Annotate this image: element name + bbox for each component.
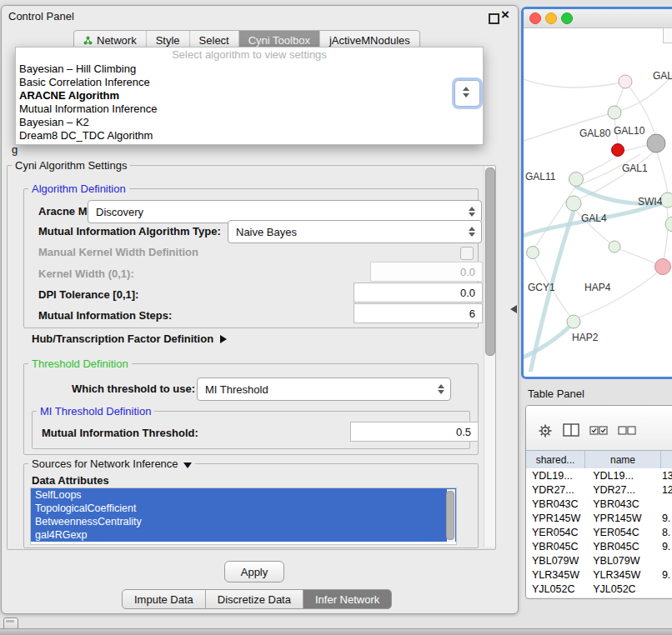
cell[interactable]: 8. <box>660 527 672 538</box>
node-gcy1[interactable] <box>527 247 539 259</box>
cell[interactable]: YPR145W <box>588 512 660 524</box>
table-row[interactable]: YBL079WYBL079W <box>526 553 672 568</box>
network-node[interactable] <box>655 259 671 275</box>
cell[interactable]: YBR043C <box>526 498 588 510</box>
cell[interactable]: 13 <box>660 470 672 482</box>
algorithm-combobox[interactable] <box>454 80 480 107</box>
network-edge-thick[interactable] <box>524 324 572 359</box>
mi-threshold-label: Mutual Information Threshold: <box>42 427 198 439</box>
network-edge[interactable] <box>624 145 648 151</box>
network-edge[interactable] <box>579 272 657 318</box>
cell[interactable]: YBR045C <box>588 541 660 552</box>
network-node[interactable] <box>619 75 632 88</box>
table-row[interactable]: YDL19...YDL19...13 <box>526 468 672 482</box>
network-view-window[interactable]: GAL8 GAL80 GAL10 GAL1 GAL11 SWI4 GAL4 GC… <box>521 7 672 379</box>
cell[interactable]: YBL079W <box>588 555 660 567</box>
cell[interactable]: 9. <box>660 541 672 552</box>
scrollbar-thumb[interactable] <box>485 168 495 356</box>
panel-collapse-arrow-icon[interactable] <box>510 305 517 313</box>
expander-label: Sources for Network Inference <box>32 458 178 470</box>
node-label-swi4: SWI4 <box>638 196 663 208</box>
table-row[interactable]: YBR043CYBR043C <box>526 497 672 511</box>
network-canvas[interactable]: GAL8 GAL80 GAL10 GAL1 GAL11 SWI4 GAL4 GC… <box>524 28 672 372</box>
mi-threshold-field[interactable]: 0.5 <box>350 422 479 442</box>
columns-icon[interactable] <box>563 423 579 437</box>
cell[interactable]: YER054C <box>588 527 660 538</box>
scrollbar-thumb[interactable] <box>446 491 454 540</box>
gear-icon[interactable] <box>538 423 553 438</box>
node-gal1[interactable] <box>647 134 665 152</box>
dropdown-option[interactable]: Bayesian – Hill Climbing <box>16 62 483 76</box>
close-traffic-light-icon[interactable] <box>529 12 541 24</box>
data-attributes-list[interactable]: SelfLoops TopologicalCoefficient Between… <box>30 488 457 545</box>
cell[interactable]: YPR145W <box>526 512 588 524</box>
checked-boxes-icon[interactable] <box>589 426 608 436</box>
cell[interactable]: YDL19... <box>526 470 588 482</box>
close-icon[interactable]: × <box>501 8 509 22</box>
network-edge[interactable] <box>580 151 655 198</box>
network-edge[interactable] <box>619 249 656 264</box>
node-gal4[interactable] <box>566 196 581 211</box>
cell[interactable]: YBL079W <box>526 555 588 567</box>
table-row[interactable]: YLR345WYLR345W9. <box>526 568 672 582</box>
cell[interactable]: YER054C <box>526 527 588 538</box>
network-edge[interactable] <box>582 156 618 176</box>
cell[interactable]: 12 <box>660 484 672 496</box>
list-item-selected[interactable]: SelfLoops <box>31 488 456 502</box>
minimize-traffic-light-icon[interactable] <box>545 12 557 24</box>
cell[interactable]: 9. <box>660 512 672 524</box>
column-header-clipped[interactable] <box>661 451 672 468</box>
kernel-width-field[interactable]: 0.0 <box>370 262 483 282</box>
dropdown-option[interactable]: Basic Correlation Inference <box>16 76 483 89</box>
dropdown-option[interactable]: Bayesian – K2 <box>16 116 483 129</box>
node-gal10[interactable] <box>612 144 624 157</box>
network-edge[interactable] <box>664 208 668 260</box>
cell[interactable]: YDL19... <box>588 470 660 482</box>
mi-steps-field[interactable]: 6 <box>354 303 483 323</box>
table-row[interactable]: YBR045CYBR045C9. <box>526 539 672 553</box>
dropdown-option[interactable]: Mutual Information Inference <box>16 102 483 116</box>
table-row[interactable]: YDR27...YDR27...12 <box>526 482 672 497</box>
network-edge[interactable] <box>657 152 668 193</box>
column-header-shared-name[interactable]: shared... <box>526 451 585 468</box>
list-scrollbar[interactable] <box>447 489 455 542</box>
list-item-selected[interactable]: TopologicalCoefficient <box>31 502 456 515</box>
zoom-traffic-light-icon[interactable] <box>561 12 573 24</box>
which-threshold-select[interactable]: MI Threshold <box>197 378 451 401</box>
dpi-tolerance-field[interactable]: 0.0 <box>354 282 483 302</box>
table-row[interactable]: YER054CYER054C8. <box>526 525 672 539</box>
network-node[interactable] <box>665 217 672 232</box>
node-gal11[interactable] <box>569 172 584 187</box>
table-row[interactable]: YPR145WYPR145W9. <box>526 511 672 525</box>
cell[interactable]: YLR345W <box>526 569 588 581</box>
dropdown-option-highlighted[interactable]: ARACNE Algorithm <box>16 89 483 102</box>
cell[interactable]: YBR045C <box>526 541 588 552</box>
column-header-name[interactable]: name <box>585 451 661 468</box>
list-item-selected[interactable]: BetweennessCentrality <box>31 515 456 528</box>
minimize-icon[interactable] <box>489 13 499 24</box>
node-hap2[interactable] <box>567 315 580 328</box>
sources-expander[interactable]: Sources for Network Inference <box>28 458 195 470</box>
mi-algorithm-type-select[interactable]: Naive Bayes <box>228 220 482 243</box>
hub-definition-expander[interactable]: Hub/Transcription Factor Definition <box>32 332 227 345</box>
cell[interactable]: YDR27... <box>588 484 660 496</box>
unchecked-boxes-icon[interactable] <box>618 426 636 436</box>
tab-impute-data[interactable]: Impute Data <box>123 590 206 608</box>
cell[interactable]: YLR345W <box>588 569 660 581</box>
cell[interactable]: YDR27... <box>526 484 588 496</box>
list-item-selected[interactable]: gal4RGexp <box>31 528 456 542</box>
cell[interactable]: YBR043C <box>588 498 660 510</box>
dropdown-option[interactable]: Dream8 DC_TDC Algorithm <box>16 129 483 142</box>
tab-infer-network[interactable]: Infer Network <box>303 590 391 608</box>
cell[interactable]: YJL052C <box>588 583 660 595</box>
tab-discretize-data[interactable]: Discretize Data <box>206 590 303 608</box>
node-gal80[interactable] <box>608 106 621 119</box>
network-edge[interactable] <box>524 78 625 88</box>
cell[interactable]: 9. <box>660 569 672 581</box>
cell[interactable]: YJL052C <box>526 583 588 595</box>
node-label-gal80: GAL80 <box>579 128 611 139</box>
apply-button[interactable]: Apply <box>224 561 284 582</box>
manual-kernel-checkbox[interactable] <box>460 247 474 260</box>
network-node[interactable] <box>609 241 620 252</box>
table-row[interactable]: YJL052CYJL052C <box>526 582 672 596</box>
